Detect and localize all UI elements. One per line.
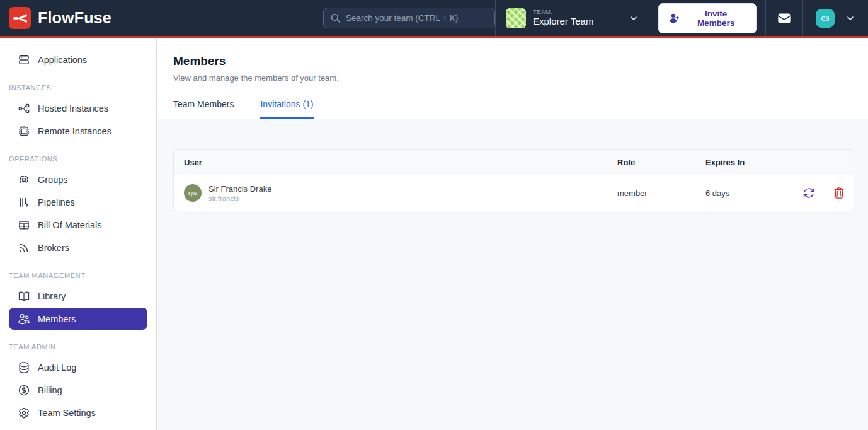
main-content: Members View and manage the members of y… xyxy=(157,38,868,430)
sidebar-item-applications[interactable]: Applications xyxy=(9,49,147,71)
search-icon xyxy=(330,13,341,23)
column-header-expires: Expires In xyxy=(695,150,793,175)
team-meta: TEAM: Explorer Team xyxy=(533,8,593,28)
sidebar: Applications INSTANCES Hosted Instances … xyxy=(0,38,157,430)
team-selector[interactable]: TEAM: Explorer Team xyxy=(496,0,649,36)
invitations-table: User Role Expires In qw Sir Francis Drak… xyxy=(173,149,854,211)
sidebar-item-label: Brokers xyxy=(38,243,69,253)
expires-cell: 6 days xyxy=(695,189,793,198)
sidebar-item-team-settings[interactable]: Team Settings xyxy=(9,402,147,424)
sidebar-section-operations: OPERATIONS xyxy=(9,155,147,163)
sidebar-section-instances: INSTANCES xyxy=(9,84,147,91)
tab-invitations[interactable]: Invitations (1) xyxy=(260,99,313,119)
user-username: sir.francis xyxy=(208,195,271,202)
sidebar-item-label: Pipelines xyxy=(38,197,75,207)
sidebar-item-label: Audit Log xyxy=(38,363,76,373)
page-header: Members View and manage the members of y… xyxy=(157,38,868,119)
bars-arrow-icon xyxy=(18,196,30,209)
resend-invite-button[interactable] xyxy=(793,187,825,199)
flowfuse-mark-icon xyxy=(13,11,28,26)
sidebar-item-bill-of-materials[interactable]: Bill Of Materials xyxy=(9,214,147,236)
tab-team-members[interactable]: Team Members xyxy=(173,99,234,119)
sidebar-item-brokers[interactable]: Brokers xyxy=(9,236,147,259)
sidebar-item-library[interactable]: Library xyxy=(9,285,147,307)
user-plus-icon xyxy=(668,13,680,24)
sidebar-section-team-admin: TEAM ADMIN xyxy=(9,343,147,351)
fork-nodes-icon xyxy=(18,102,30,115)
sidebar-item-label: Hosted Instances xyxy=(38,103,108,113)
invite-wrap: Invite Members xyxy=(649,0,765,36)
tab-bar: Team Members Invitations (1) xyxy=(173,99,868,119)
user-menu-toggle[interactable] xyxy=(845,13,855,23)
invite-members-button[interactable]: Invite Members xyxy=(658,3,757,33)
refresh-icon xyxy=(802,187,815,199)
column-header-actions xyxy=(793,150,825,175)
team-label: TEAM: xyxy=(533,8,593,16)
table-grid-icon xyxy=(18,219,30,231)
sidebar-item-label: Bill Of Materials xyxy=(38,220,102,230)
sidebar-item-billing[interactable]: Billing xyxy=(9,379,147,401)
sidebar-item-members[interactable]: Members xyxy=(9,308,147,330)
envelope-icon xyxy=(776,11,792,25)
rss-signal-icon xyxy=(18,241,30,254)
top-navbar: FlowFuse TEAM: Explorer Team Inv xyxy=(0,0,868,38)
team-search[interactable] xyxy=(323,8,495,28)
cpu-chip-icon xyxy=(18,125,30,137)
delete-invite-button[interactable] xyxy=(825,187,854,199)
sidebar-item-label: Remote Instances xyxy=(38,126,111,136)
chevron-down-icon xyxy=(629,13,639,23)
table-row: qw Sir Francis Drake sir.francis member … xyxy=(174,175,854,211)
notifications-button[interactable] xyxy=(766,0,802,36)
avatar: qw xyxy=(184,184,202,202)
search-input[interactable] xyxy=(346,13,488,23)
user-cell: qw Sir Francis Drake sir.francis xyxy=(174,179,607,207)
user-identity: Sir Francis Drake sir.francis xyxy=(208,184,271,202)
sidebar-item-label: Members xyxy=(38,314,76,324)
sidebar-item-label: Applications xyxy=(38,55,87,65)
column-header-role: Role xyxy=(607,150,695,175)
flowfuse-logo-icon xyxy=(9,7,31,29)
gear-icon xyxy=(18,407,30,419)
trash-icon xyxy=(833,187,845,199)
sidebar-item-remote-instances[interactable]: Remote Instances xyxy=(9,120,147,142)
column-header-user: User xyxy=(174,150,607,175)
sidebar-section-team-management: TEAM MANAGEMENT xyxy=(9,272,147,279)
sidebar-item-label: Billing xyxy=(38,385,62,395)
user-menu: cs xyxy=(803,0,868,36)
users-icon xyxy=(18,313,30,325)
page-subtitle: View and manage the members of your team… xyxy=(173,73,868,83)
book-open-icon xyxy=(18,290,30,303)
invite-members-label: Invite Members xyxy=(685,9,747,28)
sidebar-item-label: Team Settings xyxy=(38,408,96,418)
sidebar-item-hosted-instances[interactable]: Hosted Instances xyxy=(9,97,147,119)
brand: FlowFuse xyxy=(0,7,323,29)
team-avatar xyxy=(506,8,526,28)
app-shell: Applications INSTANCES Hosted Instances … xyxy=(0,38,868,430)
page-title: Members xyxy=(173,54,868,68)
database-stack-icon xyxy=(18,361,30,374)
sidebar-item-label: Groups xyxy=(38,175,68,185)
user-avatar[interactable]: cs xyxy=(816,9,835,28)
sidebar-item-pipelines[interactable]: Pipelines xyxy=(9,191,147,213)
navbar-right: TEAM: Explorer Team Invite Members xyxy=(495,0,868,36)
chip-dashed-icon xyxy=(18,173,30,186)
table-header-row: User Role Expires In xyxy=(174,150,854,175)
chevron-down-icon xyxy=(845,13,855,23)
brand-title: FlowFuse xyxy=(38,9,111,27)
sidebar-item-label: Library xyxy=(38,291,66,301)
sidebar-item-audit-log[interactable]: Audit Log xyxy=(9,356,147,378)
column-header-actions xyxy=(825,150,854,175)
dollar-circle-icon xyxy=(18,384,30,397)
user-name: Sir Francis Drake xyxy=(208,184,271,194)
role-cell: member xyxy=(607,189,695,198)
stacked-windows-icon xyxy=(18,54,30,66)
sidebar-item-groups[interactable]: Groups xyxy=(9,168,147,190)
team-name: Explorer Team xyxy=(533,16,593,28)
